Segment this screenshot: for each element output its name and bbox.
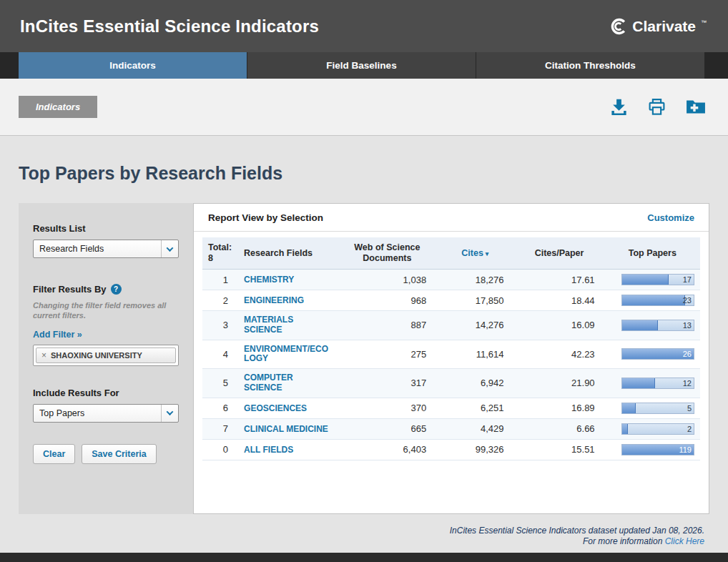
top-papers-cell: 26	[605, 340, 700, 369]
research-field-link[interactable]: CLINICAL MEDICINE	[244, 425, 328, 435]
customize-link[interactable]: Customize	[647, 212, 694, 223]
top-papers-bar: 17	[621, 274, 694, 285]
click-here-link[interactable]: Click Here	[665, 536, 704, 546]
results-list-select[interactable]: Research Fields	[33, 240, 179, 258]
page-title: Top Papers by Research Fields	[19, 163, 728, 184]
filter-results-label: Filter Results By ?	[33, 284, 179, 295]
research-field-link[interactable]: ENGINEERING	[244, 296, 304, 306]
research-field-link[interactable]: GEOSCIENCES	[244, 404, 307, 414]
app-header: InCites Essential Science Indicators Cla…	[0, 0, 728, 52]
rank-cell: 4	[202, 340, 240, 369]
top-papers-value: 2	[687, 425, 692, 433]
cites-cell: 6,251	[436, 398, 513, 418]
add-filter-link[interactable]: Add Filter »	[33, 330, 82, 340]
cites-cell: 17,850	[436, 290, 513, 311]
column-top-papers: Top Papers	[605, 237, 700, 270]
breadcrumb-indicators[interactable]: Indicators	[19, 96, 97, 118]
field-cell: CLINICAL MEDICINE	[240, 418, 338, 439]
table-row: 7CLINICAL MEDICINE6654,4296.662	[202, 418, 700, 439]
tab-field-baselines[interactable]: Field Baselines	[247, 52, 476, 79]
cites-cell: 14,276	[436, 311, 513, 340]
top-papers-cell: 23	[605, 290, 700, 311]
table-row: 3MATERIALS SCIENCE88714,27616.0913	[202, 311, 700, 340]
top-papers-cell: 119	[605, 439, 700, 460]
field-cell: MATERIALS SCIENCE	[240, 311, 338, 340]
table-row: 5COMPUTER SCIENCE3176,94221.9012	[202, 369, 700, 398]
include-results-value: Top Papers	[39, 408, 84, 418]
cites-per-paper-cell: 6.66	[514, 418, 605, 439]
top-papers-value: 119	[679, 445, 692, 454]
cites-per-paper-cell: 18.44	[514, 290, 605, 311]
table-row: 1CHEMISTRY1,03818,27617.6117	[202, 270, 700, 290]
download-icon[interactable]	[609, 97, 629, 117]
help-icon[interactable]: ?	[111, 284, 122, 295]
tab-indicators[interactable]: Indicators	[19, 52, 247, 79]
more-info-text: For more information	[583, 536, 662, 546]
column-cites-per-paper: Cites/Paper	[514, 237, 605, 270]
toolbar-actions	[609, 97, 707, 117]
cites-per-paper-cell: 15.51	[514, 439, 605, 460]
rank-cell: 5	[202, 369, 240, 398]
wos-documents-cell: 968	[338, 290, 437, 311]
print-icon[interactable]	[647, 97, 666, 117]
wos-documents-cell: 887	[338, 311, 437, 340]
cites-sort-link[interactable]: Cites▾	[461, 248, 488, 258]
field-cell: ENGINEERING	[240, 290, 338, 311]
table-row: 6GEOSCIENCES3706,25116.895	[202, 398, 700, 418]
column-cites: Cites▾	[436, 237, 513, 270]
total-header: Total: 8	[202, 237, 240, 270]
tab-citation-thresholds[interactable]: Citation Thresholds	[476, 52, 704, 79]
table-header: Total: 8 Research Fields Web of Science …	[202, 237, 700, 270]
top-papers-cell: 5	[605, 398, 700, 418]
research-field-link[interactable]: ENVIRONMENT/ECOLOGY	[244, 345, 330, 365]
cites-cell: 4,429	[436, 418, 513, 439]
cites-cell: 6,942	[436, 369, 513, 398]
report-title: Report View by Selection	[208, 212, 323, 223]
report-header: Report View by Selection Customize	[194, 204, 709, 232]
rank-cell: 6	[202, 398, 240, 418]
top-papers-bar: 13	[621, 320, 694, 331]
column-research-fields: Research Fields	[240, 237, 338, 270]
top-papers-value: 5	[687, 404, 692, 413]
report-panel: Report View by Selection Customize Total…	[193, 203, 709, 514]
research-field-link[interactable]: MATERIALS SCIENCE	[244, 315, 330, 335]
research-field-link[interactable]: ALL FIELDS	[244, 445, 293, 455]
filter-chip-box: × SHAOXING UNIVERSITY	[33, 345, 179, 366]
cites-per-paper-cell: 16.89	[514, 398, 605, 418]
top-papers-value: 17	[683, 275, 692, 284]
sidebar-buttons: Clear Save Criteria	[33, 444, 179, 464]
wos-documents-cell: 370	[338, 398, 437, 418]
filter-chip-label: SHAOXING UNIVERSITY	[51, 351, 142, 360]
clarivate-logo-text: Clarivate	[632, 18, 696, 35]
top-papers-bar: 5	[621, 403, 694, 414]
trademark-symbol: ™	[701, 19, 707, 26]
folder-add-icon[interactable]	[685, 97, 707, 117]
include-results-select[interactable]: Top Papers	[33, 404, 179, 423]
field-cell: GEOSCIENCES	[240, 398, 338, 418]
clear-button[interactable]: Clear	[33, 444, 75, 464]
include-results-label: Include Results For	[33, 388, 179, 398]
wos-documents-cell: 317	[338, 369, 437, 398]
research-field-link[interactable]: COMPUTER SCIENCE	[244, 373, 330, 393]
top-papers-value: 26	[683, 350, 692, 358]
cites-per-paper-cell: 17.61	[514, 270, 605, 290]
column-wos-documents: Web of Science Documents	[338, 237, 437, 270]
rank-cell: 1	[202, 270, 240, 290]
sort-arrow-icon: ▾	[486, 250, 489, 257]
save-criteria-button[interactable]: Save Criteria	[82, 444, 156, 464]
wos-documents-cell: 6,403	[338, 439, 437, 460]
research-field-link[interactable]: CHEMISTRY	[244, 275, 294, 285]
top-papers-value: 12	[683, 379, 692, 388]
wos-documents-cell: 1,038	[338, 270, 437, 290]
top-papers-cell: 17	[605, 270, 700, 290]
wos-documents-cell: 275	[338, 340, 437, 369]
chevron-down-icon	[161, 240, 178, 257]
rank-cell: 3	[202, 311, 240, 340]
remove-filter-icon[interactable]: ×	[41, 350, 46, 360]
cites-per-paper-cell: 21.90	[514, 369, 605, 398]
table-row: 0ALL FIELDS6,40399,32615.51119	[202, 439, 700, 460]
table-body: 1CHEMISTRY1,03818,27617.61172ENGINEERING…	[202, 270, 700, 460]
filters-sidebar: Results List Research Fields Filter Resu…	[19, 203, 193, 514]
top-papers-cell: 12	[605, 369, 700, 398]
filter-chip[interactable]: × SHAOXING UNIVERSITY	[36, 347, 176, 363]
